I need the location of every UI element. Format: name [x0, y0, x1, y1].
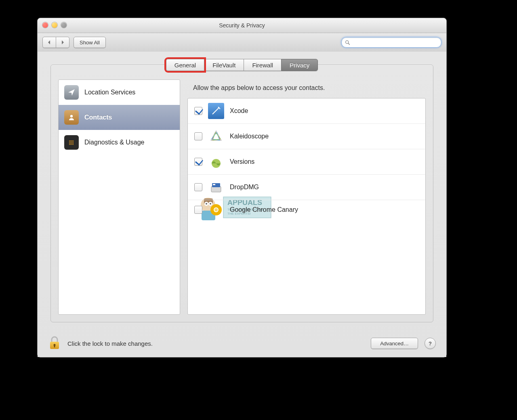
svg-point-8 [69, 142, 70, 142]
app-row-kaleidoscope[interactable]: Kaleidoscope [188, 124, 425, 149]
search-input[interactable] [352, 39, 438, 46]
show-all-label: Show All [80, 40, 100, 46]
sidebar-item-diagnostics[interactable]: Diagnostics & Usage [59, 130, 180, 155]
svg-rect-38 [213, 184, 215, 185]
svg-rect-44 [54, 345, 55, 347]
app-row-dropdmg[interactable]: DropDMG [188, 175, 425, 200]
svg-point-16 [69, 144, 70, 145]
help-button[interactable]: ? [425, 338, 436, 349]
lock-icon[interactable] [48, 335, 61, 352]
window-body: General FileVault Firewall Privacy [38, 52, 446, 357]
svg-point-17 [70, 144, 71, 145]
app-icon [208, 103, 224, 119]
tab-bar: General FileVault Firewall Privacy [38, 59, 446, 71]
app-icon [208, 128, 224, 144]
sidebar-item-label: Location Services [84, 89, 135, 96]
svg-point-9 [70, 142, 71, 142]
svg-point-19 [73, 144, 74, 145]
back-button[interactable] [42, 37, 56, 48]
sidebar-item-label: Diagnostics & Usage [84, 139, 145, 146]
app-name: Xcode [230, 107, 248, 115]
traffic-lights [42, 22, 67, 28]
tab-firewall[interactable]: Firewall [244, 59, 282, 71]
sidebar-item-location[interactable]: Location Services [59, 80, 180, 105]
tab-filevault[interactable]: FileVault [204, 59, 244, 71]
app-name: Kaleidoscope [230, 133, 269, 140]
app-row-chrome-canary[interactable]: Google Chrome Canary [188, 200, 425, 219]
svg-point-10 [71, 142, 72, 142]
app-icon [208, 179, 224, 195]
sidebar-item-label: Contacts [84, 114, 112, 121]
location-icon [64, 85, 79, 100]
contacts-icon [64, 110, 79, 125]
tab-label: General [174, 62, 196, 69]
lock-text: Click the lock to make changes. [67, 340, 153, 347]
preferences-window: Security & Privacy Show All [37, 18, 447, 357]
window-title: Security & Privacy [219, 22, 265, 29]
show-all-button[interactable]: Show All [74, 37, 106, 48]
chevron-right-icon [61, 40, 65, 45]
app-name: Google Chrome Canary [230, 206, 298, 213]
svg-point-5 [70, 140, 71, 141]
svg-point-18 [71, 144, 72, 145]
svg-line-1 [348, 43, 349, 44]
tab-label: Firewall [252, 62, 273, 69]
app-access-list[interactable]: Xcode Kaleidoscope [187, 98, 426, 315]
toolbar: Show All [38, 33, 446, 52]
app-icon [208, 154, 224, 170]
search-icon [345, 40, 350, 45]
svg-point-15 [73, 143, 74, 144]
app-row-versions[interactable]: Versions APPUALS TECH HOW-TO'S FROM THE … [188, 149, 425, 175]
app-name: Versions [230, 158, 254, 165]
diagnostics-icon [64, 135, 79, 150]
svg-point-13 [70, 143, 71, 144]
detail-title: Allow the apps below to access your cont… [193, 84, 426, 92]
tab-label: Privacy [290, 62, 309, 69]
close-window-button[interactable] [42, 22, 48, 28]
tab-label: FileVault [212, 62, 235, 69]
svg-point-41 [214, 208, 218, 211]
chevron-left-icon [47, 40, 51, 45]
app-row-xcode[interactable]: Xcode [188, 98, 425, 124]
checkbox[interactable] [194, 206, 202, 214]
svg-point-14 [71, 143, 72, 144]
detail-pane: Allow the apps below to access your cont… [187, 79, 426, 315]
checkbox[interactable] [194, 107, 202, 115]
titlebar: Security & Privacy [38, 18, 446, 33]
search-field[interactable] [341, 37, 441, 48]
svg-point-4 [69, 140, 70, 141]
sidebar-item-contacts[interactable]: Contacts [59, 105, 180, 130]
tab-privacy[interactable]: Privacy [281, 59, 318, 71]
svg-point-11 [73, 142, 74, 142]
advanced-button[interactable]: Advanced… [371, 338, 418, 349]
zoom-window-button[interactable] [61, 22, 67, 28]
nav-buttons [42, 37, 69, 48]
app-icon [208, 202, 224, 218]
app-name: DropDMG [230, 184, 259, 191]
advanced-label: Advanced… [380, 341, 409, 347]
content-panel: Location Services Contacts [50, 65, 433, 322]
forward-button[interactable] [56, 37, 69, 48]
svg-point-12 [69, 143, 70, 144]
footer: Click the lock to make changes. Advanced… [38, 330, 446, 357]
svg-point-7 [73, 140, 74, 141]
svg-point-6 [71, 140, 72, 141]
tab-general[interactable]: General [166, 59, 204, 71]
checkbox[interactable] [194, 132, 202, 140]
checkbox[interactable] [194, 158, 202, 166]
checkbox[interactable] [194, 183, 202, 191]
minimize-window-button[interactable] [52, 22, 57, 28]
svg-point-2 [70, 115, 73, 117]
svg-rect-36 [211, 186, 221, 192]
privacy-category-list[interactable]: Location Services Contacts [58, 79, 180, 315]
